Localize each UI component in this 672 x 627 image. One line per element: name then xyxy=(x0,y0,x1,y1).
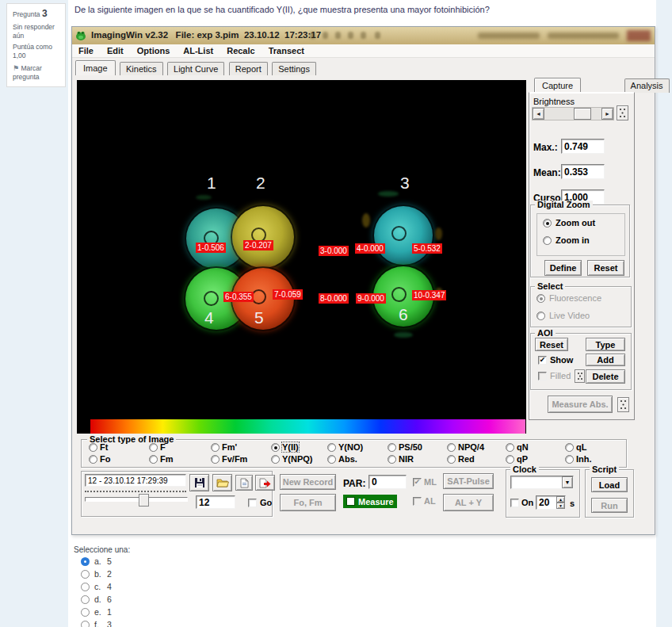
zoom-reset-button[interactable]: Reset xyxy=(587,260,624,276)
save-button[interactable] xyxy=(189,474,209,491)
flag-question-link[interactable]: ⚑ Marcar pregunta xyxy=(13,64,63,82)
tab-light-curve[interactable]: Light Curve xyxy=(167,62,224,76)
radio-yii[interactable] xyxy=(271,443,280,452)
window-titlebar[interactable]: ImagingWin v2.32 File: exp 3.pim 23.10.1… xyxy=(72,27,655,44)
radio-fo[interactable] xyxy=(89,455,97,464)
clock-dropdown-arrow[interactable]: ▼ xyxy=(562,476,573,488)
answer-radio-a[interactable] xyxy=(81,557,90,566)
aoi-value-label: 3-0.000 xyxy=(319,246,349,256)
aoi-value-label: 5-0.532 xyxy=(412,243,442,254)
scroll-left-button[interactable]: ◄ xyxy=(533,108,544,120)
zoom-out-radio[interactable] xyxy=(543,219,552,227)
menu-al-list[interactable]: AL-List xyxy=(183,46,213,55)
export-button[interactable] xyxy=(255,475,275,491)
radio-fvfm-label: Fv/Fm xyxy=(222,454,247,464)
aoi-value-label: 6-0.355 xyxy=(223,292,254,302)
blurred-title-text xyxy=(478,32,540,39)
measure-toggle[interactable]: Measure xyxy=(343,495,397,508)
radio-fvfm[interactable] xyxy=(211,455,220,464)
dice-icon[interactable] xyxy=(617,105,628,120)
spin-down-button[interactable]: ▼ xyxy=(556,503,565,509)
radio-inh[interactable] xyxy=(565,455,574,464)
debris xyxy=(378,191,399,197)
par-field[interactable]: 0 xyxy=(368,475,407,489)
aoi-circle xyxy=(391,226,407,241)
tab-report[interactable]: Report xyxy=(229,62,268,76)
clock-spinner[interactable]: ▲ ▼ xyxy=(556,496,565,509)
answer-radio-e[interactable] xyxy=(81,608,90,617)
go-checkbox[interactable] xyxy=(248,499,257,507)
tab-settings[interactable]: Settings xyxy=(272,62,316,76)
aoi-reset-button[interactable]: Reset xyxy=(535,338,568,351)
radio-qn[interactable] xyxy=(506,443,514,452)
tab-capture[interactable]: Capture xyxy=(534,78,581,94)
aoi-add-button[interactable]: Add xyxy=(586,354,625,366)
answer-text: 2 xyxy=(107,569,112,579)
clock-title: Clock xyxy=(510,465,539,474)
menu-recalc[interactable]: Recalc xyxy=(227,46,254,55)
answer-radio-d[interactable] xyxy=(81,595,90,604)
dice-icon[interactable] xyxy=(617,397,629,412)
radio-npq4[interactable] xyxy=(447,443,456,452)
radio-ft[interactable] xyxy=(89,443,97,452)
radio-ps50-label: PS/50 xyxy=(399,442,422,452)
radio-f[interactable] xyxy=(149,443,158,452)
radio-qp-label: qP xyxy=(517,454,528,464)
answer-text: 5 xyxy=(107,556,112,566)
radio-yno[interactable] xyxy=(327,443,336,452)
radio-ql[interactable] xyxy=(565,443,574,452)
radio-red[interactable] xyxy=(447,455,456,464)
filled-checkbox xyxy=(538,372,547,380)
question-number-line: Pregunta 3 xyxy=(13,8,63,20)
radio-abs[interactable] xyxy=(327,455,336,464)
brightness-scrollbar[interactable]: ◄ ► xyxy=(532,107,614,120)
dice-icon[interactable] xyxy=(575,369,585,383)
record-slider-thumb[interactable] xyxy=(139,494,149,507)
radio-ynpq[interactable] xyxy=(271,455,280,464)
radio-fm-prime[interactable] xyxy=(211,443,220,452)
ml-checkbox: ✔ xyxy=(413,478,422,487)
aoi-delete-button[interactable]: Delete xyxy=(586,369,625,384)
spin-up-button[interactable]: ▲ xyxy=(556,496,565,503)
question-label: Pregunta xyxy=(13,10,40,18)
sample-number: 5 xyxy=(254,308,264,327)
scroll-right-button[interactable]: ► xyxy=(601,108,613,120)
clock-on-checkbox[interactable] xyxy=(510,499,519,507)
define-button[interactable]: Define xyxy=(544,260,582,276)
zoom-in-radio[interactable] xyxy=(543,236,552,245)
tab-kinetics[interactable]: Kinetics xyxy=(120,62,163,76)
al-label: AL xyxy=(424,496,436,506)
debris xyxy=(394,332,413,338)
mean-value-field[interactable]: 0.353 xyxy=(561,164,605,179)
answer-radio-f[interactable] xyxy=(81,621,90,627)
record-slider[interactable] xyxy=(85,497,188,502)
record-number-field[interactable]: 12 xyxy=(196,495,235,509)
answer-radio-b[interactable] xyxy=(81,570,90,579)
brightness-thumb[interactable] xyxy=(574,108,591,120)
tab-analysis[interactable]: Analysis xyxy=(624,78,670,93)
answer-letter: b. xyxy=(94,569,101,579)
radio-fm-prime-label: Fm' xyxy=(222,442,237,452)
radio-nir[interactable] xyxy=(388,455,396,464)
max-value-field[interactable]: 0.749 xyxy=(561,139,605,154)
open-file-button[interactable] xyxy=(212,474,232,491)
radio-ps50[interactable] xyxy=(388,443,396,452)
radio-fm[interactable] xyxy=(149,455,158,464)
menu-transect[interactable]: Transect xyxy=(269,46,304,55)
main-tab-strip: Image Kinetics Light Curve Report Settin… xyxy=(72,58,655,75)
radio-qp[interactable] xyxy=(506,455,514,464)
script-load-button[interactable]: Load xyxy=(591,477,628,492)
tab-image[interactable]: Image xyxy=(75,60,116,76)
menu-edit[interactable]: Edit xyxy=(107,46,124,55)
show-checkbox[interactable]: ✔ xyxy=(538,356,547,365)
show-label: Show xyxy=(550,355,573,365)
menu-file[interactable]: File xyxy=(78,46,94,55)
record-field[interactable]: 12 - 23.10.12 17:29:39 xyxy=(85,474,186,487)
menu-options[interactable]: Options xyxy=(137,46,170,55)
answer-letter: f. xyxy=(94,620,99,627)
script-title: Script xyxy=(590,465,619,474)
aoi-value-label: 1-0.506 xyxy=(196,243,226,253)
aoi-type-button[interactable]: Type xyxy=(586,338,625,351)
answer-radio-c[interactable] xyxy=(81,583,90,591)
new-document-button[interactable] xyxy=(235,475,253,491)
